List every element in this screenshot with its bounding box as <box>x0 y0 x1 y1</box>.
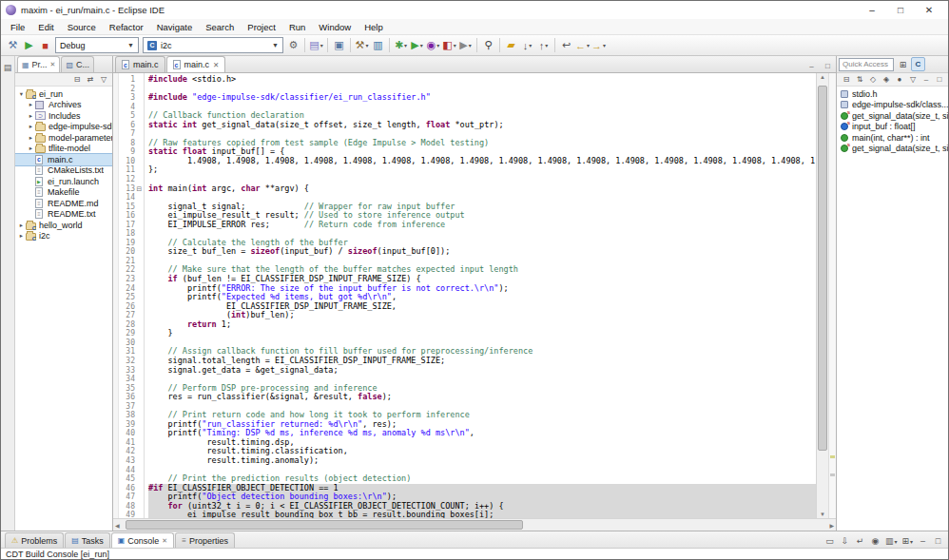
editor-tab-main.c-0[interactable]: main.c <box>115 56 165 72</box>
tree-item-Includes[interactable]: ▸Includes <box>15 110 112 122</box>
previous-annotation-button[interactable]: ↑▾ <box>535 37 552 54</box>
outline-item-input_buf-float-[interactable]: input_buf : float[] <box>837 122 948 133</box>
sort-button[interactable]: ⇅ <box>854 74 865 86</box>
maximize-window-button[interactable]: □ <box>886 2 915 18</box>
open-perspective-button[interactable]: ⊞ <box>896 57 910 71</box>
last-edit-location-button[interactable]: ↩ <box>558 37 574 54</box>
fold-marker-icon[interactable]: ⊟ <box>135 184 144 194</box>
expand-arrow-icon[interactable]: ▸ <box>27 134 35 142</box>
profile-button[interactable]: ◉▾ <box>425 37 441 54</box>
cpp-perspective-button[interactable]: C <box>911 57 925 71</box>
expand-arrow-icon[interactable]: ▸ <box>17 222 26 229</box>
collapse-all-button[interactable]: ⊟ <box>841 74 852 86</box>
menu-edit[interactable]: Edit <box>31 21 60 33</box>
minimize-window-button[interactable]: – <box>858 2 886 18</box>
view-menu-button[interactable]: ▽ <box>98 74 109 86</box>
forward-button[interactable]: →▾ <box>591 37 607 54</box>
expand-arrow-icon[interactable]: ▸ <box>27 145 35 152</box>
pin-console-button[interactable]: ◉ <box>869 534 881 548</box>
coverage-button[interactable]: ◧▾ <box>441 37 457 54</box>
menu-file[interactable]: File <box>4 21 31 33</box>
maximize-view-button[interactable]: □ <box>934 74 945 86</box>
expand-arrow-icon[interactable]: ▸ <box>27 101 35 108</box>
horizontal-scroll-thumb[interactable] <box>126 520 523 530</box>
scroll-down-icon[interactable]: ▼ <box>817 512 828 517</box>
launch-target-settings-button[interactable]: ⚙ <box>285 37 301 54</box>
open-console-button[interactable]: ⊞▾ <box>901 534 914 548</box>
maximize-editor-button[interactable]: □ <box>820 59 836 72</box>
open-terminal-button[interactable]: ▥ <box>370 37 386 54</box>
scroll-right-icon[interactable]: ▶ <box>829 519 834 531</box>
scroll-lock-button[interactable]: ⇩ <box>839 534 851 548</box>
tree-item-CMakeLists.txt[interactable]: CMakeLists.txt <box>15 165 112 177</box>
restore-view-icon[interactable]: ▤ <box>0 59 16 76</box>
tree-item-model-parameters[interactable]: ▸model-parameters <box>15 132 112 144</box>
next-annotation-button[interactable]: ↓▾ <box>519 37 535 54</box>
expand-arrow-icon[interactable]: ▸ <box>27 112 35 120</box>
maximize-view-button[interactable]: □ <box>932 534 944 548</box>
bottom-tab-tasks[interactable]: ▤Tasks <box>65 532 110 548</box>
tree-item-README.md[interactable]: README.md <box>15 198 112 209</box>
explorer-tab-Pr[interactable]: ▦Pr...✕ <box>17 56 60 72</box>
expand-arrow-icon[interactable]: ▸ <box>27 123 35 130</box>
editor-vertical-scrollbar[interactable]: ▲ ▼ <box>816 73 828 518</box>
minimize-editor-button[interactable]: – <box>804 59 820 72</box>
close-window-button[interactable]: ✕ <box>915 2 943 18</box>
quick-access-input[interactable] <box>839 58 894 71</box>
vertical-scroll-thumb[interactable] <box>818 86 827 451</box>
outline-item-stdio-h[interactable]: stdio.h <box>837 88 948 100</box>
run-button[interactable]: ▶▾ <box>409 37 425 54</box>
menu-run[interactable]: Run <box>282 21 312 33</box>
tree-item-ei_run.launch[interactable]: ei_run.launch <box>15 176 112 187</box>
outline-item-edge-impulse-sdk-class-[interactable]: edge-impulse-sdk/class... <box>837 100 948 111</box>
bottom-tab-problems[interactable]: ⚠Problems <box>5 532 64 548</box>
build-all-button[interactable]: ⚒▾ <box>354 37 370 54</box>
tree-item-main.c[interactable]: main.c <box>15 154 112 165</box>
launchbar-stop-button[interactable]: ■ <box>37 37 53 54</box>
tree-item-Archives[interactable]: ▸Archives <box>15 100 112 111</box>
overview-ruler[interactable] <box>828 73 836 518</box>
tree-item-Makefile[interactable]: Makefile <box>15 187 112 199</box>
launchbar-build-button[interactable]: ⚒ <box>5 37 21 54</box>
scroll-left-icon[interactable]: ◀ <box>115 519 120 531</box>
menu-window[interactable]: Window <box>312 21 358 33</box>
launchbar-launch-button[interactable]: ▶ <box>21 37 37 54</box>
tree-item-hello_world[interactable]: ▸hello_world <box>15 220 112 231</box>
menu-help[interactable]: Help <box>358 21 390 33</box>
hide-non-public-button[interactable]: ● <box>894 74 905 86</box>
expand-arrow-icon[interactable]: ▾ <box>17 90 26 98</box>
launch-mode-combo[interactable]: Debug ▼ <box>55 37 139 53</box>
debug-button[interactable]: ✱▾ <box>393 37 409 54</box>
close-icon[interactable]: ✕ <box>50 61 56 68</box>
menu-source[interactable]: Source <box>61 21 103 33</box>
scroll-up-icon[interactable]: ▲ <box>817 74 828 80</box>
link-with-editor-button[interactable]: ⇄ <box>85 74 96 86</box>
tree-item-ei_run[interactable]: ▾ei_run <box>15 88 112 100</box>
hide-static-members-button[interactable]: ◈ <box>881 74 892 86</box>
code-editor[interactable]: #include <stdio.h> #include "edge-impuls… <box>145 73 816 518</box>
minimize-view-button[interactable]: – <box>917 534 929 548</box>
minimize-view-button[interactable]: – <box>920 74 932 86</box>
collapse-all-button[interactable]: ⊟ <box>71 74 83 86</box>
search-button[interactable]: ⚲ <box>480 37 496 54</box>
tree-item-tflite-model[interactable]: ▸tflite-model <box>15 144 112 155</box>
bottom-tab-properties[interactable]: ≡Properties <box>175 532 235 548</box>
back-button[interactable]: ←▾ <box>574 37 591 54</box>
tree-item-README.txt[interactable]: README.txt <box>15 209 112 221</box>
word-wrap-button[interactable]: ↵ <box>854 534 866 548</box>
outline-item-get_signal_data-size_t-si[interactable]: get_signal_data(size_t, si <box>837 110 948 122</box>
outline-item-main-int-char-int[interactable]: main(int, char**) : int <box>837 132 948 144</box>
menu-project[interactable]: Project <box>241 21 282 33</box>
display-selected-console-button[interactable]: ▥▾ <box>884 534 899 548</box>
bottom-tab-console[interactable]: ▣Console✕ <box>111 532 174 548</box>
editor-tab-main.c-1[interactable]: main.c✕ <box>166 56 226 72</box>
expand-arrow-icon[interactable]: ▸ <box>17 232 26 240</box>
explorer-tab-C[interactable]: ▧C... <box>61 56 94 72</box>
external-tools-button[interactable]: ▶▾ <box>457 37 474 54</box>
new-button[interactable]: ▤▾ <box>308 37 324 54</box>
view-menu-button[interactable]: ▽ <box>907 74 919 86</box>
save-button[interactable]: ▣ <box>331 37 347 54</box>
menu-refactor[interactable]: Refactor <box>103 21 150 33</box>
launch-config-combo[interactable]: C i2c ▼ <box>143 37 283 53</box>
outline-item-get_signal_data-size_t-si[interactable]: get_signal_data(size_t, si <box>837 144 948 155</box>
